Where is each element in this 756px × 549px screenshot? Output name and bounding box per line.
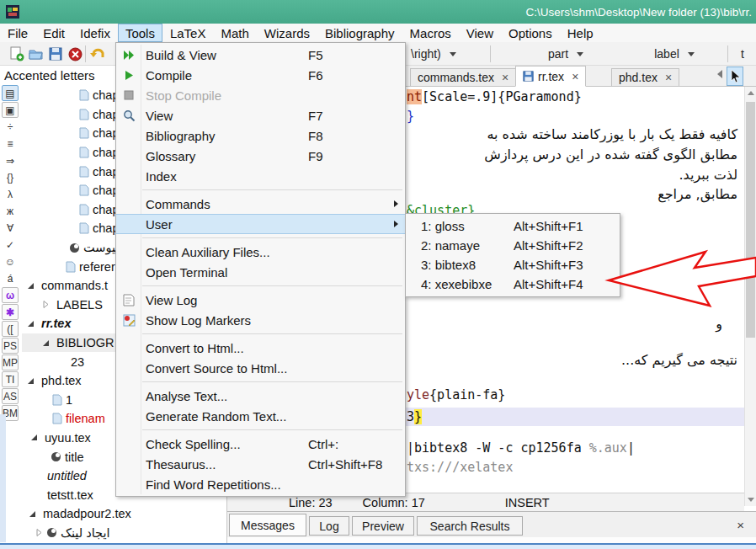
- submenu-item-gloss[interactable]: 1: gloss Alt+Shift+F1: [406, 216, 620, 236]
- undo-icon[interactable]: [89, 45, 106, 62]
- arrows-icon[interactable]: ⇒: [2, 152, 19, 168]
- menubar-idefix[interactable]: Idefix: [72, 24, 118, 42]
- submenu-item-bibtex8[interactable]: 3: bibtex8 Alt+Shift+F3: [406, 255, 620, 274]
- tab-label: rr.tex: [538, 70, 564, 83]
- greek-icon[interactable]: λ: [2, 186, 19, 202]
- page-icon: [79, 222, 89, 234]
- scroll-down-icon[interactable]: [748, 498, 754, 502]
- menu-item-thesaurus[interactable]: Thesaurus... Ctrl+Shift+F8: [116, 454, 405, 474]
- relations-icon[interactable]: ≡: [2, 136, 19, 152]
- panel-close-icon[interactable]: ×: [737, 518, 744, 532]
- menu-item-bibliography[interactable]: Bibliography F8: [116, 125, 405, 146]
- cite-combobox[interactable]: t: [741, 45, 756, 63]
- menu-item-build-view[interactable]: Build & View F5: [116, 45, 405, 65]
- cyrillic-icon[interactable]: ж: [2, 203, 19, 219]
- tab-rr-tex[interactable]: rr.tex ×: [515, 66, 586, 87]
- submenu-item-namaye[interactable]: 2: namaye Alt+Shift+F2: [406, 236, 620, 255]
- menu-item-compile[interactable]: Compile F6: [116, 65, 405, 85]
- status-column: Column: 17: [363, 496, 425, 509]
- menu-item-view-log[interactable]: View Log: [116, 290, 405, 310]
- brackets-icon[interactable]: ([: [2, 321, 19, 337]
- tab-scroll-left-icon[interactable]: [717, 70, 722, 78]
- close-icon[interactable]: [67, 45, 83, 62]
- section-circle-icon: [69, 243, 80, 253]
- tab-close-icon[interactable]: ×: [572, 70, 578, 83]
- expander-open-icon[interactable]: [42, 339, 50, 347]
- menu-item-glossary[interactable]: Glossary F9: [116, 146, 405, 166]
- new-document-icon[interactable]: [8, 45, 25, 62]
- menubar-macros[interactable]: Macros: [402, 24, 459, 42]
- menu-item-convert-source-to-html[interactable]: Convert Source to Html...: [116, 358, 405, 378]
- menu-item-view[interactable]: View F7: [116, 105, 405, 125]
- wasysym-icon[interactable]: ☺: [2, 253, 19, 269]
- tree-item-create-link[interactable]: ايجاد لينک: [22, 524, 227, 543]
- math-operators-icon[interactable]: ÷: [2, 119, 19, 135]
- unicode-icon[interactable]: ω: [2, 287, 19, 303]
- code-line-current: 3}: [407, 409, 422, 424]
- menubar-help[interactable]: Help: [560, 24, 601, 42]
- scroll-up-icon[interactable]: [748, 91, 754, 95]
- menu-item-user[interactable]: User: [116, 214, 405, 234]
- submenu-item-xexebibxe[interactable]: 4: xexebibxe Alt+Shift+F4: [406, 274, 620, 294]
- accented-letters-icon[interactable]: á: [2, 270, 19, 286]
- tab-close-icon[interactable]: ×: [665, 71, 672, 84]
- tikz-icon[interactable]: TI: [2, 371, 19, 387]
- menubar-view[interactable]: View: [459, 24, 501, 42]
- tree-item-madadpour2-tex[interactable]: madadpour2.tex: [22, 504, 227, 524]
- tab-log[interactable]: Log: [309, 516, 349, 536]
- structure-view-icon[interactable]: ▤: [2, 85, 19, 101]
- tab-messages[interactable]: Messages: [229, 514, 306, 536]
- save-icon[interactable]: [47, 45, 64, 62]
- tab-scroll-right-button[interactable]: [727, 67, 743, 86]
- expander-open-icon[interactable]: [29, 510, 36, 518]
- tab-search-results[interactable]: Search Results: [417, 516, 523, 536]
- menu-item-check-spelling[interactable]: Check Spelling... Ctrl+:: [116, 434, 405, 454]
- menu-item-commands[interactable]: Commands: [116, 194, 405, 214]
- code-line: yle{plain-fa}: [407, 387, 505, 402]
- menubar-tools[interactable]: Tools: [118, 24, 162, 42]
- misc-text-icon[interactable]: ✓: [2, 237, 19, 253]
- menu-item-show-log-markers[interactable]: Show Log Markers: [116, 310, 405, 330]
- expander-closed-icon[interactable]: [42, 301, 50, 308]
- page-icon: [79, 127, 89, 139]
- menubar-options[interactable]: Options: [501, 24, 560, 42]
- menu-item-convert-to-html[interactable]: Convert to Html...: [116, 338, 405, 358]
- menubar-file[interactable]: File: [0, 24, 35, 42]
- expander-open-icon[interactable]: [30, 434, 38, 441]
- menubar-bibliography[interactable]: Bibliography: [317, 24, 402, 42]
- menubar-wizards[interactable]: Wizards: [257, 24, 317, 42]
- menu-item-index[interactable]: Index: [116, 166, 405, 186]
- bookmarks-icon[interactable]: ▣: [2, 102, 19, 118]
- misc-math-icon[interactable]: ∀: [2, 220, 19, 236]
- favorites-icon[interactable]: ✱: [2, 304, 19, 320]
- tab-close-icon[interactable]: ×: [502, 71, 508, 84]
- command-token: yle: [407, 387, 429, 402]
- menu-shortcut: F9: [308, 149, 323, 163]
- asymptote-icon[interactable]: AS: [2, 388, 19, 404]
- expander-open-icon[interactable]: [27, 282, 35, 290]
- sectioning-combobox[interactable]: part: [515, 45, 616, 63]
- menu-item-analyse-text[interactable]: Analyse Text...: [116, 386, 405, 406]
- page-icon: [66, 261, 76, 273]
- expander-closed-icon[interactable]: [35, 529, 43, 536]
- math-symbol-combobox[interactable]: \right): [411, 45, 483, 63]
- menu-item-open-terminal[interactable]: Open Terminal: [116, 262, 405, 282]
- menu-item-find-word-repetitions[interactable]: Find Word Repetitions...: [116, 474, 405, 494]
- menubar-latex[interactable]: LaTeX: [162, 24, 214, 42]
- menubar-math[interactable]: Math: [213, 24, 256, 42]
- menu-shortcut: Alt+Shift+F3: [514, 258, 583, 272]
- menu-item-generate-random-text[interactable]: Generate Random Text...: [116, 406, 405, 426]
- tab-commands-tex[interactable]: commands.tex ×: [410, 68, 516, 87]
- menubar-edit[interactable]: Edit: [35, 24, 72, 42]
- tab-phd-tex[interactable]: phd.tex ×: [611, 68, 679, 87]
- reference-combobox[interactable]: label: [636, 45, 713, 63]
- pstricks-icon[interactable]: PS: [2, 338, 19, 354]
- expander-open-icon[interactable]: [27, 377, 35, 385]
- metapost-icon[interactable]: MP: [2, 354, 19, 370]
- tab-preview[interactable]: Preview: [352, 516, 414, 536]
- menu-item-clean-auxiliary-files[interactable]: Clean Auxiliary Files...: [116, 242, 405, 262]
- persian-text-line: و: [716, 316, 722, 332]
- delimiters-icon[interactable]: {}: [2, 169, 19, 185]
- open-file-icon[interactable]: [28, 45, 45, 62]
- expander-open-icon[interactable]: [27, 320, 35, 328]
